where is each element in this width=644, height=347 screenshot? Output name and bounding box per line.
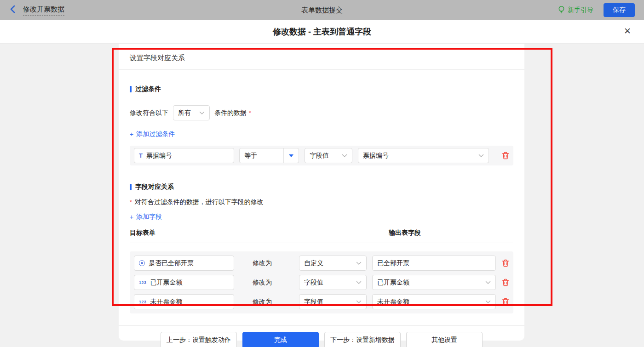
text-field-icon: T [139,152,143,159]
mapping-column-headers: 目标表单 输出表字段 [130,229,513,237]
panel-section-title: 设置字段对应关系 [130,44,513,63]
other-settings-button[interactable]: 其他设置 [406,332,483,347]
output-value: 已全部开票 [377,259,409,267]
filter-field-input[interactable]: T 票据编号 [134,148,234,163]
divider [119,325,524,326]
mapping-description-text: 对符合过滤条件的数据，进行以下字段的修改 [135,198,264,206]
match-suffix-label: 条件的数据 [214,109,247,117]
output-field-select[interactable]: 已开票金额 [372,275,496,290]
match-mode-value: 所有 [178,109,191,117]
required-asterisk: * [249,110,251,116]
filter-value-select[interactable]: 票据编号 [358,148,489,163]
match-prefix-label: 修改符合以下 [130,109,168,117]
flow-title[interactable]: 修改开票数据 [23,5,64,16]
target-field-value: 是否已全部开票 [149,259,194,267]
modify-mode-select[interactable]: 字段值 [299,294,367,309]
divider [119,69,524,70]
modify-to-label: 修改为 [253,298,272,306]
dialog-footer: 上一步：设置触发动作 完成 下一步：设置新增数据 其他设置 [130,332,513,347]
mapping-rows: 是否已全部开票 修改为 自定义 已全部开票 [130,251,513,313]
top-bar: 修改开票数据 表单数据提交 新手引导 保存 [0,0,644,20]
modify-to-label: 修改为 [253,279,272,287]
delete-filter-button[interactable] [502,152,509,159]
mapping-section-heading: 字段对应关系 [130,183,513,191]
mapping-row: 123 已开票金额 修改为 字段值 已开票金额 [134,275,509,290]
filter-operator-select[interactable]: 等于 [239,148,299,163]
chevron-down-icon [478,154,484,158]
output-value: 已开票金额 [377,279,409,287]
trash-icon [502,298,509,306]
trash-icon [502,152,509,159]
modify-mode-select[interactable]: 字段值 [299,275,367,290]
modify-mode-value: 字段值 [304,298,323,306]
trash-icon [502,279,509,286]
target-field-input[interactable]: 123 已开票金额 [134,275,234,290]
filter-value-type-select[interactable]: 字段值 [305,148,352,163]
target-field-value: 已开票金额 [150,279,183,287]
target-field-value: 未开票金额 [150,298,183,306]
mapping-row: 是否已全部开票 修改为 自定义 已全部开票 [134,256,509,271]
output-value-input[interactable]: 已全部开票 [372,256,496,271]
back-chevron-icon [9,5,17,15]
dialog-title: 修改数据 - 主表到普通字段 [273,26,371,37]
radio-field-icon [139,260,145,266]
caret-down-icon [289,154,293,157]
filter-operator-value: 等于 [240,152,283,160]
lightbulb-icon [558,6,565,15]
add-field-label: 添加字段 [136,213,162,221]
beginner-guide-label: 新手引导 [568,6,593,14]
chevron-down-icon [356,281,362,284]
add-field-link[interactable]: + 添加字段 [130,213,162,221]
match-condition-line: 修改符合以下 所有 条件的数据 * [130,105,513,120]
chevron-down-icon [356,300,362,304]
done-button[interactable]: 完成 [242,332,319,347]
close-icon[interactable]: ✕ [624,27,631,35]
column-target-form: 目标表单 [130,229,155,236]
dialog-header: 修改数据 - 主表到普通字段 ✕ [0,20,644,44]
mapping-description: * 对符合过滤条件的数据，进行以下字段的修改 [130,198,513,206]
filter-value-type: 字段值 [310,152,329,160]
heading-bar [130,184,132,190]
chevron-down-icon [199,111,205,115]
beginner-guide-link[interactable]: 新手引导 [558,6,593,15]
target-field-input[interactable]: 123 未开票金额 [134,294,234,309]
mapping-row: 123 未开票金额 修改为 字段值 未开票金额 [134,294,509,309]
filter-value: 票据编号 [363,152,389,160]
output-value: 未开票金额 [377,298,409,306]
next-step-button[interactable]: 下一步：设置新增数据 [324,332,401,347]
add-filter-condition-label: 添加过滤条件 [136,130,175,138]
delete-row-button[interactable] [502,298,509,306]
heading-bar [130,86,132,92]
back-button[interactable] [9,5,17,15]
chevron-down-icon [485,281,491,284]
number-field-icon: 123 [139,300,147,304]
output-field-select[interactable]: 未开票金额 [372,294,496,309]
plus-icon: + [130,213,133,221]
modify-mode-value: 自定义 [304,259,323,267]
filter-condition-row: T 票据编号 等于 字段值 票据编号 [130,146,513,165]
delete-row-button[interactable] [502,259,509,267]
settings-panel: 设置字段对应关系 过滤条件 修改符合以下 所有 条件的数据 * + 添加过滤条件… [119,44,524,341]
add-filter-condition-link[interactable]: + 添加过滤条件 [130,130,175,138]
modify-mode-select[interactable]: 自定义 [299,256,367,271]
filter-section-heading: 过滤条件 [130,85,513,93]
chevron-down-icon [342,154,347,158]
target-field-input[interactable]: 是否已全部开票 [134,256,234,271]
trigger-node-title: 表单数据提交 [0,6,644,15]
modify-to-label: 修改为 [253,259,272,267]
number-field-icon: 123 [139,280,147,285]
filter-field-value: 票据编号 [146,152,172,160]
filter-heading-label: 过滤条件 [135,85,161,93]
divider [130,243,513,243]
required-asterisk: * [130,199,132,205]
trash-icon [502,259,509,267]
save-button[interactable]: 保存 [604,3,635,17]
chevron-down-icon [485,300,491,304]
prev-step-button[interactable]: 上一步：设置触发动作 [161,332,237,347]
operator-dropdown-button[interactable] [283,148,299,163]
match-mode-select[interactable]: 所有 [173,105,210,120]
delete-row-button[interactable] [502,279,509,286]
modify-mode-value: 字段值 [304,279,323,287]
chevron-down-icon [356,262,362,265]
dialog-body: 设置字段对应关系 过滤条件 修改符合以下 所有 条件的数据 * + 添加过滤条件… [0,44,644,347]
